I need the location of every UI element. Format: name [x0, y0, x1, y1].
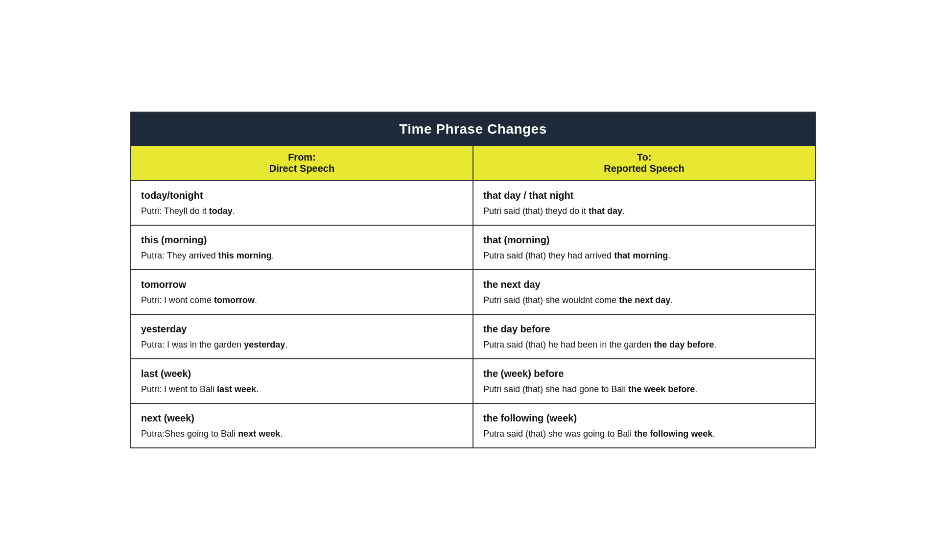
from-term: tomorrow — [141, 277, 463, 292]
from-example: Putri: I wont come tomorrow. — [141, 295, 257, 305]
title-text: Time Phrase Changes — [399, 121, 547, 137]
header-row: From: Direct Speech To: Reported Speech — [131, 146, 815, 180]
from-example: Putra: I was in the garden yesterday. — [141, 340, 287, 350]
to-cell-3: the day beforePutra said (that) he had b… — [473, 315, 815, 358]
table-row: next (week)Putra:Shes going to Bali next… — [131, 403, 815, 447]
to-cell-2: the next dayPutri said (that) she wouldn… — [473, 270, 815, 314]
to-term: the day before — [483, 322, 805, 336]
table-title: Time Phrase Changes — [131, 113, 815, 146]
to-term: the (week) before — [483, 366, 805, 381]
from-example: Putri: I went to Bali last week. — [141, 384, 259, 394]
from-example: Putra: They arrived this morning. — [141, 251, 274, 260]
from-cell-2: tomorrowPutri: I wont come tomorrow. — [131, 270, 473, 314]
to-term: the next day — [483, 277, 805, 292]
table-row: yesterdayPutra: I was in the garden yest… — [131, 314, 815, 358]
header-cell-to: To: Reported Speech — [473, 146, 815, 180]
to-cell-1: that (morning)Putra said (that) they had… — [473, 226, 815, 269]
to-example: Putri said (that) theyd do it that day. — [483, 206, 625, 216]
to-term: that (morning) — [483, 233, 805, 247]
from-cell-5: next (week)Putra:Shes going to Bali next… — [131, 404, 473, 447]
header-to-line2: Reported Speech — [604, 163, 684, 174]
to-cell-0: that day / that nightPutri said (that) t… — [473, 181, 815, 225]
to-example: Putri said (that) she wouldnt come the n… — [483, 295, 673, 305]
from-term: this (morning) — [141, 233, 463, 247]
to-example: Putri said (that) she had gone to Bali t… — [483, 384, 697, 394]
main-table: Time Phrase Changes From: Direct Speech … — [130, 112, 816, 448]
to-cell-4: the (week) beforePutri said (that) she h… — [473, 359, 815, 403]
from-term: next (week) — [141, 411, 463, 425]
from-term: last (week) — [141, 366, 463, 381]
from-term: yesterday — [141, 322, 463, 336]
from-cell-3: yesterdayPutra: I was in the garden yest… — [131, 315, 473, 358]
to-example: Putra said (that) she was going to Bali … — [483, 429, 715, 439]
from-example: Putra:Shes going to Bali next week. — [141, 429, 283, 439]
from-example: Putri: Theyll do it today. — [141, 206, 235, 216]
header-cell-from: From: Direct Speech — [131, 146, 473, 180]
from-cell-4: last (week)Putri: I went to Bali last we… — [131, 359, 473, 403]
to-term: the following (week) — [483, 411, 805, 425]
from-cell-1: this (morning)Putra: They arrived this m… — [131, 226, 473, 269]
header-from-line1: From: — [288, 152, 316, 163]
header-to-line1: To: — [637, 152, 652, 163]
header-from-line2: Direct Speech — [269, 163, 334, 174]
table-row: today/tonightPutri: Theyll do it today.t… — [131, 180, 815, 225]
to-example: Putra said (that) they had arrived that … — [483, 251, 670, 260]
from-cell-0: today/tonightPutri: Theyll do it today. — [131, 181, 473, 225]
to-cell-5: the following (week)Putra said (that) sh… — [473, 404, 815, 447]
rows-container: today/tonightPutri: Theyll do it today.t… — [131, 180, 815, 447]
table-row: last (week)Putri: I went to Bali last we… — [131, 358, 815, 403]
table-row: tomorrowPutri: I wont come tomorrow.the … — [131, 269, 815, 314]
to-term: that day / that night — [483, 188, 805, 203]
table-row: this (morning)Putra: They arrived this m… — [131, 225, 815, 269]
to-example: Putra said (that) he had been in the gar… — [483, 340, 716, 350]
from-term: today/tonight — [141, 188, 463, 203]
